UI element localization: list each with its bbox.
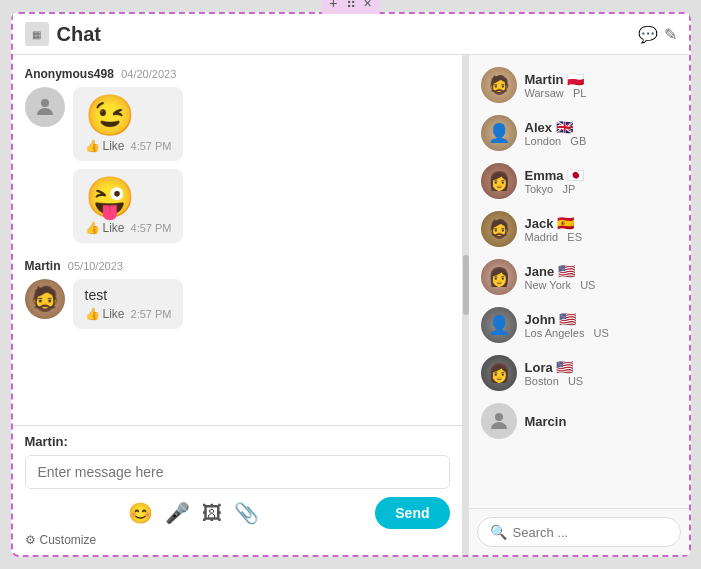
grid-icon: ▦: [25, 22, 49, 46]
user-info: Emma 🇯🇵 Tokyo JP: [525, 167, 585, 195]
emoji-button[interactable]: 😊: [128, 501, 153, 525]
user-info: Lora 🇺🇸 Boston US: [525, 359, 584, 387]
user-location: Madrid ES: [525, 231, 582, 243]
input-toolbar: 😊 🎤 🖼 📎 Send: [25, 497, 450, 529]
avatar: 👩: [481, 355, 517, 391]
bubble-time: 4:57 PM: [131, 222, 172, 234]
messages-area: Anonymous498 04/20/2023 😉: [13, 55, 462, 425]
svg-point-0: [41, 99, 49, 107]
user-name: Lora: [525, 360, 553, 375]
sidebar: 🧔 Martin 🇵🇱 Warsaw PL 👤 Alex 🇬🇧 London G…: [469, 55, 689, 555]
message-meta: Martin 05/10/2023: [25, 259, 450, 273]
chat-icon-button[interactable]: 💬: [638, 25, 658, 44]
list-item[interactable]: 👩 Emma 🇯🇵 Tokyo JP: [469, 157, 689, 205]
avatar: 🧔: [25, 279, 65, 319]
list-item[interactable]: 👩 Jane 🇺🇸 New York US: [469, 253, 689, 301]
user-location: London GB: [525, 135, 587, 147]
bubble-footer: 👍 Like 4:57 PM: [85, 139, 172, 153]
bubble-footer: 👍 Like 4:57 PM: [85, 221, 172, 235]
avatar: 👤: [481, 307, 517, 343]
send-button[interactable]: Send: [375, 497, 449, 529]
user-name: Jane: [525, 264, 555, 279]
flag-icon: 🇺🇸: [558, 263, 575, 279]
list-item[interactable]: 👩 Lora 🇺🇸 Boston US: [469, 349, 689, 397]
user-name: Alex: [525, 120, 552, 135]
add-tab-button[interactable]: +: [329, 0, 337, 11]
flag-icon: 🇯🇵: [567, 167, 584, 183]
customize-label: Customize: [40, 533, 97, 547]
bubble-time: 4:57 PM: [131, 140, 172, 152]
like-button[interactable]: 👍 Like: [85, 139, 125, 153]
search-box: 🔍: [477, 517, 681, 547]
header: ▦ Chat 💬 ✎: [13, 14, 689, 55]
list-item[interactable]: 👤 John 🇺🇸 Los Angeles US: [469, 301, 689, 349]
bubble-footer: 👍 Like 2:57 PM: [85, 307, 172, 321]
like-button[interactable]: 👍 Like: [85, 221, 125, 235]
chat-panel: Anonymous498 04/20/2023 😉: [13, 55, 463, 555]
drag-tab-button[interactable]: ⠿: [346, 0, 356, 11]
scrollbar-thumb: [463, 255, 469, 315]
message-row: 🧔 test 👍 Like 2:57 PM: [25, 279, 450, 329]
scrollbar[interactable]: [463, 55, 469, 555]
message-group: Martin 05/10/2023 🧔 test: [25, 259, 450, 329]
list-item[interactable]: 🧔 Jack 🇪🇸 Madrid ES: [469, 205, 689, 253]
avatar: 👤: [481, 115, 517, 151]
user-location: Warsaw PL: [525, 87, 587, 99]
bubble: 😜 👍 Like 4:57 PM: [73, 169, 184, 243]
attachment-button[interactable]: 📎: [234, 501, 259, 525]
avatar: 👩: [481, 163, 517, 199]
message-row: 😉 👍 Like 4:57 PM 😜: [25, 87, 450, 243]
edit-icon-button[interactable]: ✎: [664, 25, 677, 44]
user-location: Boston US: [525, 375, 584, 387]
flag-icon: 🇺🇸: [559, 311, 576, 327]
search-input[interactable]: [513, 525, 668, 540]
user-name: John: [525, 312, 556, 327]
message-meta: Anonymous498 04/20/2023: [25, 67, 450, 81]
list-item[interactable]: 🧔 Martin 🇵🇱 Warsaw PL: [469, 61, 689, 109]
avatar: 👩: [481, 259, 517, 295]
message-author: Martin: [25, 259, 61, 273]
user-info: Alex 🇬🇧 London GB: [525, 119, 587, 147]
page-title: Chat: [57, 23, 101, 46]
user-location: Tokyo JP: [525, 183, 585, 195]
toolbar-icons: 😊 🎤 🖼 📎: [25, 501, 364, 525]
microphone-button[interactable]: 🎤: [165, 501, 190, 525]
main-content: Anonymous498 04/20/2023 😉: [13, 55, 689, 555]
message-bubbles: 😉 👍 Like 4:57 PM 😜: [73, 87, 184, 243]
message-author: Anonymous498: [25, 67, 114, 81]
user-name: Martin: [525, 72, 564, 87]
like-button[interactable]: 👍 Like: [85, 307, 125, 321]
message-date: 05/10/2023: [68, 260, 123, 272]
bubble-emoji: 😜: [85, 177, 172, 217]
image-button[interactable]: 🖼: [202, 501, 222, 525]
like-label: Like: [103, 307, 125, 321]
gear-icon: ⚙: [25, 533, 36, 547]
message-input-area: Martin: 😊 🎤 🖼 📎 Send ⚙ Customize: [13, 425, 462, 555]
list-item[interactable]: Marcin: [469, 397, 689, 445]
user-location: New York US: [525, 279, 596, 291]
flag-icon: 🇬🇧: [556, 119, 573, 135]
avatar: [481, 403, 517, 439]
user-location: Los Angeles US: [525, 327, 609, 339]
like-label: Like: [103, 221, 125, 235]
flag-icon: 🇪🇸: [557, 215, 574, 231]
avatar: [25, 87, 65, 127]
message-date: 04/20/2023: [121, 68, 176, 80]
close-tab-button[interactable]: ×: [364, 0, 372, 11]
message-input[interactable]: [25, 455, 450, 489]
message-bubbles: test 👍 Like 2:57 PM: [73, 279, 184, 329]
tab-bar: + ⠿ ×: [321, 0, 379, 14]
avatar: 🧔: [481, 67, 517, 103]
bubble-emoji: 😉: [85, 95, 172, 135]
bubble-text: test: [85, 287, 172, 303]
list-item[interactable]: 👤 Alex 🇬🇧 London GB: [469, 109, 689, 157]
search-area: 🔍: [469, 508, 689, 555]
user-info: Martin 🇵🇱 Warsaw PL: [525, 71, 587, 99]
thumbs-up-icon: 👍: [85, 139, 100, 153]
user-list: 🧔 Martin 🇵🇱 Warsaw PL 👤 Alex 🇬🇧 London G…: [469, 55, 689, 508]
user-info: John 🇺🇸 Los Angeles US: [525, 311, 609, 339]
flag-icon: 🇵🇱: [567, 71, 584, 87]
recipient-label: Martin:: [25, 434, 450, 449]
user-info: Jack 🇪🇸 Madrid ES: [525, 215, 582, 243]
customize-button[interactable]: ⚙ Customize: [25, 533, 97, 547]
